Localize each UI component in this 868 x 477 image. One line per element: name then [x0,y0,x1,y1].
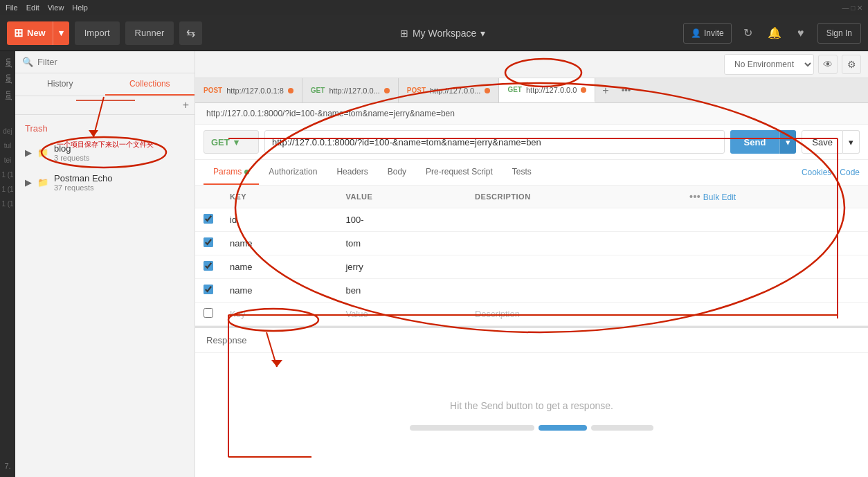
row2-actions [681,232,868,255]
tab-url-3: http://127.0.0... [430,87,480,95]
params-table: KEY VALUE DESCRIPTION ••• Bulk Edit id [195,186,868,326]
row3-description[interactable] [467,255,681,279]
import-button[interactable]: Import [75,21,120,45]
row1-checkbox[interactable] [204,214,213,224]
row5-checkbox[interactable] [204,308,213,318]
request-panel: No Environment 👁 ⚙ POST http://127.0.0.1… [195,51,868,477]
sign-in-button[interactable]: Sign In [817,23,861,44]
notifications-icon[interactable]: 🔔 [765,24,784,43]
new-button[interactable]: ⊞ New ▾ [7,21,69,45]
workspace-button[interactable]: ⊞ My Workspace ▾ [400,28,485,39]
side-text-tei: tei [4,156,12,164]
row1-description[interactable] [467,208,681,232]
cookies-link[interactable]: Cookies [802,168,831,177]
menu-view[interactable]: View [48,3,64,12]
trash-item[interactable]: Trash [15,119,195,138]
code-link[interactable]: Code [840,168,860,177]
row2-description[interactable] [467,232,681,255]
url-input[interactable] [264,130,725,154]
row4-description[interactable] [467,279,681,303]
save-button[interactable]: Save [802,130,843,154]
tab-post-2[interactable]: POST http://127.0.0... [399,78,500,102]
row1-key[interactable]: id [221,208,337,232]
side-text-1: 1 (1 [1,171,13,179]
refresh-icon[interactable]: ↻ [739,24,758,43]
th-key: KEY [221,186,337,208]
tab-headers[interactable]: Headers [327,160,377,185]
bar-1 [410,425,534,431]
url-breadcrumb: http://127.0.0.1:8000/?id=100-&name=tom&… [195,103,868,125]
env-eye-icon[interactable]: 👁 [818,55,838,74]
row4-value[interactable]: ben [337,279,467,303]
menu-file[interactable]: File [6,3,18,12]
send-button[interactable]: Send [730,130,780,154]
tab-authorization[interactable]: Authorization [259,160,327,185]
row3-checkbox[interactable] [204,261,213,271]
filter-input[interactable] [37,57,188,67]
bulk-edit-button[interactable]: Bulk Edit [703,192,736,202]
tab-get-2[interactable]: GET http://127.0.0.0 [499,78,595,102]
collection-postman-echo[interactable]: ▶ 📁 Postman Echo 37 requests [15,168,195,197]
tab-params[interactable]: Params [204,160,259,185]
tab-post-1[interactable]: POST http://127.0.0.1:8 [195,78,302,102]
row3-checkbox-cell[interactable] [195,255,221,279]
row2-checkbox-cell[interactable] [195,232,221,255]
row4-checkbox[interactable] [204,285,213,294]
row2-checkbox[interactable] [204,237,213,247]
new-button-arrow[interactable]: ▾ [53,21,69,45]
window-controls: — □ ✕ [842,4,862,12]
more-options-icon[interactable]: ••• [689,191,700,202]
invite-button[interactable]: 👤 Invite [683,23,732,44]
new-button-label: New [27,28,46,38]
save-arrow-button[interactable]: ▾ [843,130,860,154]
send-arrow-button[interactable]: ▾ [779,130,796,154]
response-label: Response [195,328,868,353]
more-tabs-button[interactable]: ••• [616,85,637,96]
row5-value[interactable]: Value [337,303,467,326]
tab-pre-request[interactable]: Pre-request Script [416,160,503,185]
menu-bar: File Edit View Help — □ ✕ [0,0,868,15]
runner-button[interactable]: Runner [125,21,174,45]
row1-value[interactable]: 100- [337,208,467,232]
grid-icon: ⊞ [400,28,408,39]
left-panel-text3: jan [4,91,12,100]
menu-help[interactable]: Help [72,3,88,12]
row4-checkbox-cell[interactable] [195,279,221,303]
collection-blog[interactable]: ▶ 📁 blog 3 requests [15,138,195,168]
tab-body[interactable]: Body [378,160,416,185]
environment-dropdown[interactable]: No Environment [724,54,814,75]
collection-blog-name: blog [54,143,89,154]
new-button-main[interactable]: ⊞ New [7,21,53,45]
tab-dot-1 [288,88,293,93]
save-group: Save ▾ [802,130,860,154]
row2-key[interactable]: name [221,232,337,255]
method-dropdown[interactable]: GET ▾ [204,130,259,154]
env-settings-icon[interactable]: ⚙ [842,55,861,74]
tab-dot-2 [384,88,390,93]
row1-checkbox-cell[interactable] [195,208,221,232]
tab-url-2: http://127.0.0... [329,87,379,95]
row4-key[interactable]: name [221,279,337,303]
heart-icon[interactable]: ♥ [791,24,811,43]
url-bar: GET ▾ Send ▾ Save ▾ [195,125,868,160]
toolbar-center: ⊞ My Workspace ▾ [208,28,678,39]
history-tab[interactable]: History [15,73,105,96]
menu-edit[interactable]: Edit [26,3,39,12]
row5-checkbox-cell[interactable] [195,303,221,326]
row3-value[interactable]: jerry [337,255,467,279]
collection-blog-info: blog 3 requests [54,143,89,162]
tab-tests[interactable]: Tests [503,160,541,185]
row5-description[interactable]: Description [467,303,681,326]
side-text-dej: dej [3,127,12,135]
row5-key[interactable]: Key [221,303,337,326]
collections-tab[interactable]: Collections [105,73,195,96]
add-collection-icon[interactable]: + [183,99,189,111]
add-tab-button[interactable]: + [595,84,615,97]
row3-key[interactable]: name [221,255,337,279]
sync-button[interactable]: ⇆ [179,21,202,45]
row2-value[interactable]: tom [337,232,467,255]
th-checkbox [195,186,221,208]
response-empty-text: Hit the Send button to get a response. [450,400,613,411]
tab-get-1[interactable]: GET http://127.0.0... [302,78,399,102]
th-description: DESCRIPTION [467,186,681,208]
